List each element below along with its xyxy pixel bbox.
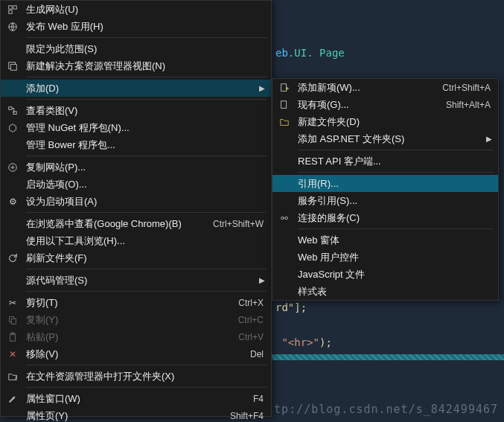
delete-icon: ✕ xyxy=(7,348,19,360)
svg-rect-1 xyxy=(13,5,16,8)
svg-rect-5 xyxy=(10,64,16,70)
menu-separator xyxy=(298,172,494,173)
copy-site-icon xyxy=(7,162,19,173)
menu-view-browser[interactable]: 在浏览器中查看(Google Chrome)(B) Ctrl+Shift+W xyxy=(1,215,271,232)
menu-copy: 复制(Y) Ctrl+C xyxy=(1,311,271,328)
menu-separator xyxy=(26,387,267,388)
copy-icon xyxy=(7,314,19,326)
submenu-connected-svc[interactable]: 连接的服务(C) xyxy=(272,209,498,226)
submenu-service-ref[interactable]: 服务引用(S)... xyxy=(272,192,498,209)
menu-separator xyxy=(26,365,267,365)
submenu-rest-api[interactable]: REST API 客户端... xyxy=(272,153,498,170)
svg-rect-2 xyxy=(9,10,12,13)
gear-icon: ⚙ xyxy=(7,196,19,208)
menu-remove[interactable]: ✕ 移除(V) Del xyxy=(1,345,271,362)
submenu-js-file[interactable]: JavaScript 文件 xyxy=(272,266,498,283)
wrench-icon xyxy=(7,393,19,405)
refresh-icon xyxy=(7,252,19,264)
solution-icon xyxy=(7,60,19,72)
menu-manage-bower[interactable]: 管理 Bower 程序包... xyxy=(1,136,271,153)
menu-cut[interactable]: ✂ 剪切(T) Ctrl+X xyxy=(1,294,271,311)
menu-properties-page[interactable]: 属性页(Y) Shift+F4 xyxy=(1,407,271,422)
svg-point-16 xyxy=(285,217,288,220)
menu-separator xyxy=(298,150,494,150)
watermark-text: http://blog.csdn.net/s_842499467 xyxy=(259,403,498,416)
open-folder-icon xyxy=(7,371,19,383)
menu-separator xyxy=(26,291,267,292)
class-diagram-icon xyxy=(7,105,19,117)
existing-item-icon xyxy=(278,99,290,111)
context-menu: 生成网站(U) 发布 Web 应用(H) 限定为此范围(S) 新建解决方案资源管… xyxy=(0,0,272,417)
menu-separator xyxy=(298,228,494,229)
new-folder-icon xyxy=(278,116,290,128)
connected-services-icon xyxy=(278,212,290,224)
menu-separator xyxy=(26,37,267,38)
menu-separator xyxy=(26,269,267,269)
menu-view-class[interactable]: 查看类图(V) xyxy=(1,102,271,119)
menu-start-options[interactable]: 启动选项(O)... xyxy=(1,176,271,193)
submenu-arrow-icon: ▶ xyxy=(486,135,492,143)
menu-publish-web[interactable]: 发布 Web 应用(H) xyxy=(1,18,271,35)
menu-separator xyxy=(26,156,267,156)
svg-point-15 xyxy=(281,217,284,220)
submenu-existing-item[interactable]: 现有项(G)... Shift+Alt+A xyxy=(272,96,498,113)
submenu-new-folder[interactable]: 新建文件夹(D) xyxy=(272,113,498,130)
globe-icon xyxy=(7,21,19,33)
menu-paste: 粘贴(P) Ctrl+V xyxy=(1,328,271,345)
menu-generate-site[interactable]: 生成网站(U) xyxy=(1,1,271,18)
add-submenu: 添加新项(W)... Ctrl+Shift+A 现有项(G)... Shift+… xyxy=(272,78,499,301)
menu-copy-site[interactable]: 复制网站(P)... xyxy=(1,159,271,176)
svg-rect-0 xyxy=(9,5,12,8)
menu-set-startup[interactable]: ⚙ 设为启动项目(A) xyxy=(1,193,271,210)
menu-limit-scope[interactable]: 限定为此范围(S) xyxy=(1,40,271,57)
svg-rect-14 xyxy=(281,100,287,108)
new-item-icon xyxy=(278,82,290,94)
menu-properties-window[interactable]: 属性窗口(W) F4 xyxy=(1,390,271,407)
menu-open-explorer[interactable]: 在文件资源管理器中打开文件夹(X) xyxy=(1,368,271,385)
submenu-reference[interactable]: 引用(R)... xyxy=(272,175,498,192)
submenu-arrow-icon: ▶ xyxy=(259,276,265,284)
paste-icon xyxy=(7,331,19,343)
menu-manage-nuget[interactable]: 管理 NuGet 程序包(N)... xyxy=(1,119,271,136)
nuget-icon xyxy=(7,122,19,134)
menu-separator xyxy=(26,212,267,213)
submenu-stylesheet[interactable]: 样式表 xyxy=(272,283,498,300)
menu-separator xyxy=(26,99,267,100)
svg-rect-6 xyxy=(9,106,12,109)
menu-source-control[interactable]: 源代码管理(S) ▶ xyxy=(1,272,271,289)
submenu-arrow-icon: ▶ xyxy=(259,84,265,92)
menu-browse-with[interactable]: 使用以下工具浏览(H)... xyxy=(1,232,271,249)
menu-add[interactable]: 添加(D) ▶ xyxy=(1,80,271,97)
submenu-web-user-ctrl[interactable]: Web 用户控件 xyxy=(272,249,498,266)
svg-rect-13 xyxy=(281,83,287,91)
svg-rect-10 xyxy=(11,319,16,324)
submenu-web-form[interactable]: Web 窗体 xyxy=(272,231,498,249)
submenu-add-new-item[interactable]: 添加新项(W)... Ctrl+Shift+A xyxy=(272,79,498,96)
svg-rect-11 xyxy=(10,333,16,341)
submenu-add-aspnet-folder[interactable]: 添加 ASP.NET 文件夹(S) ▶ xyxy=(272,130,498,147)
build-icon xyxy=(7,4,19,16)
menu-separator xyxy=(26,77,267,77)
menu-refresh-folder[interactable]: 刷新文件夹(F) xyxy=(1,249,271,266)
cut-icon: ✂ xyxy=(7,297,19,309)
menu-new-solution-explorer[interactable]: 新建解决方案资源管理器视图(N) xyxy=(1,57,271,74)
